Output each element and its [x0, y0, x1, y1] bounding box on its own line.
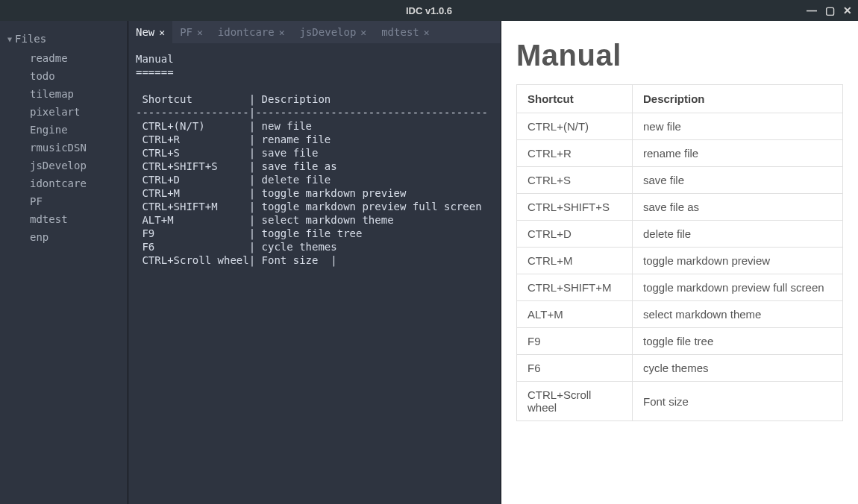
minimize-icon[interactable]: — — [806, 4, 818, 16]
preview-heading: Manual — [516, 39, 843, 72]
description-cell: delete file — [633, 221, 843, 248]
description-cell: toggle file tree — [633, 328, 843, 355]
editor-tab[interactable]: jsDevelop✕ — [292, 21, 375, 43]
description-cell: Font size — [633, 382, 843, 421]
sidebar-file-item[interactable]: readme — [0, 49, 128, 67]
maximize-icon[interactable]: ▢ — [824, 4, 836, 16]
sidebar-file-item[interactable]: mdtest — [0, 210, 128, 228]
file-tree-header[interactable]: ▼ Files — [0, 33, 128, 45]
description-cell: new file — [633, 113, 843, 140]
window-controls: — ▢ ✕ — [806, 4, 854, 16]
sidebar-file-item[interactable]: jsDevelop — [0, 157, 128, 174]
file-list: readmetodotilemappixelartEnginermusicDSN… — [0, 49, 128, 246]
shortcut-cell: CTRL+R — [517, 140, 633, 167]
sidebar-file-item[interactable]: PF — [0, 192, 128, 210]
table-row: ALT+Mselect markdown theme — [517, 301, 843, 328]
editor-tab[interactable]: New✕ — [128, 21, 172, 43]
tab-label: mdtest — [381, 26, 419, 38]
app-root: ▼ Files readmetodotilemappixelartEnginer… — [0, 21, 858, 504]
chevron-down-icon: ▼ — [7, 35, 12, 43]
shortcut-cell: CTRL+SHIFT+S — [517, 194, 633, 221]
description-cell: save file — [633, 167, 843, 194]
table-row: CTRL+Rrename file — [517, 140, 843, 167]
shortcut-cell: CTRL+M — [517, 248, 633, 274]
editor-pane: New✕PF✕idontcare✕jsDevelop✕mdtest✕ Manua… — [128, 21, 501, 504]
window-title: IDC v1.0.6 — [406, 5, 452, 16]
table-row: F6cycle themes — [517, 355, 843, 382]
table-row: CTRL+SHIFT+Ssave file as — [517, 194, 843, 221]
sidebar-file-item[interactable]: idontcare — [0, 174, 128, 192]
table-row: F9toggle file tree — [517, 328, 843, 355]
tab-label: PF — [180, 26, 192, 38]
file-tree-sidebar: ▼ Files readmetodotilemappixelartEnginer… — [0, 21, 128, 504]
table-row: CTRL+SHIFT+Mtoggle markdown preview full… — [517, 274, 843, 301]
sidebar-file-item[interactable]: todo — [0, 67, 128, 85]
shortcut-cell: CTRL+Scroll wheel — [517, 382, 633, 421]
tab-bar: New✕PF✕idontcare✕jsDevelop✕mdtest✕ — [128, 21, 501, 43]
file-tree-label: Files — [15, 33, 46, 45]
preview-th-description: Description — [633, 85, 843, 113]
table-row: CTRL+Scroll wheelFont size — [517, 382, 843, 421]
shortcut-cell: CTRL+S — [517, 167, 633, 194]
table-row: CTRL+Ddelete file — [517, 221, 843, 248]
sidebar-file-item[interactable]: Engine — [0, 121, 128, 139]
sidebar-file-item[interactable]: enp — [0, 228, 128, 246]
tab-close-icon[interactable]: ✕ — [360, 27, 366, 38]
shortcut-cell: CTRL+D — [517, 221, 633, 248]
close-icon[interactable]: ✕ — [842, 4, 854, 16]
preview-th-shortcut: Shortcut — [517, 85, 633, 113]
shortcut-cell: CTRL+(N/T) — [517, 113, 633, 140]
table-row: CTRL+Mtoggle markdown preview — [517, 248, 843, 274]
shortcut-cell: F6 — [517, 355, 633, 382]
description-cell: select markdown theme — [633, 301, 843, 328]
window-titlebar: IDC v1.0.6 — ▢ ✕ — [0, 0, 858, 21]
description-cell: cycle themes — [633, 355, 843, 382]
markdown-preview-pane: Manual Shortcut Description CTRL+(N/T)ne… — [501, 21, 858, 504]
shortcut-cell: ALT+M — [517, 301, 633, 328]
editor-tab[interactable]: PF✕ — [172, 21, 210, 43]
description-cell: rename file — [633, 140, 843, 167]
tab-close-icon[interactable]: ✕ — [424, 27, 430, 38]
table-row: CTRL+Ssave file — [517, 167, 843, 194]
sidebar-file-item[interactable]: tilemap — [0, 85, 128, 103]
shortcut-cell: F9 — [517, 328, 633, 355]
tab-label: jsDevelop — [300, 26, 357, 38]
editor-tab[interactable]: mdtest✕ — [374, 21, 436, 43]
editor-textarea[interactable]: Manual ====== Shortcut | Description ---… — [128, 43, 501, 276]
editor-tab[interactable]: idontcare✕ — [210, 21, 292, 43]
sidebar-file-item[interactable]: rmusicDSN — [0, 139, 128, 157]
tab-label: idontcare — [218, 26, 275, 38]
table-row: CTRL+(N/T)new file — [517, 113, 843, 140]
description-cell: save file as — [633, 194, 843, 221]
tab-close-icon[interactable]: ✕ — [159, 27, 165, 38]
description-cell: toggle markdown preview full screen — [633, 274, 843, 301]
tab-label: New — [136, 26, 154, 38]
preview-shortcut-table: Shortcut Description CTRL+(N/T)new fileC… — [516, 84, 843, 421]
description-cell: toggle markdown preview — [633, 248, 843, 274]
shortcut-cell: CTRL+SHIFT+M — [517, 274, 633, 301]
tab-close-icon[interactable]: ✕ — [197, 27, 203, 38]
sidebar-file-item[interactable]: pixelart — [0, 103, 128, 121]
tab-close-icon[interactable]: ✕ — [279, 27, 285, 38]
